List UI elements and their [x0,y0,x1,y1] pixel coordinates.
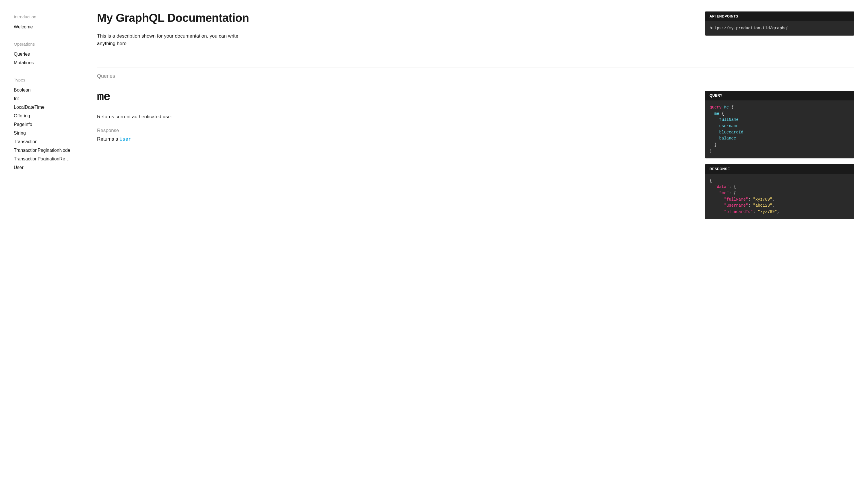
sidebar-item-boolean[interactable]: Boolean [14,86,71,94]
sidebar-item-transactionpaginationnode[interactable]: TransactionPaginationNode [14,146,71,155]
sidebar-section-types: Types Boolean Int LocalDateTime Offering… [14,78,76,172]
response-panel: RESPONSE { "data": { "me": { "fullName":… [705,164,854,219]
returns-line: Returns a User [97,136,691,142]
sidebar-item-localdatetime[interactable]: LocalDateTime [14,103,71,112]
page-description: This is a description shown for your doc… [97,33,240,47]
sidebar-section-introduction: Introduction Welcome [14,14,76,31]
sidebar-item-queries[interactable]: Queries [14,50,71,59]
section-divider [97,67,854,67]
sidebar-heading: Operations [14,42,76,46]
response-heading: Response [97,128,691,133]
operation-description: Returns current authenticated user. [97,114,691,120]
sidebar-heading: Introduction [14,14,76,19]
api-endpoints-label: API ENDPOINTS [705,12,854,21]
response-code[interactable]: { "data": { "me": { "fullName": "xyz789"… [705,174,854,219]
query-code[interactable]: query Me { me { fullName username blueca… [705,101,854,158]
sidebar-item-transaction[interactable]: Transaction [14,137,71,146]
queries-section-label: Queries [97,73,854,79]
page-title: My GraphQL Documentation [97,12,691,24]
sidebar-item-int[interactable]: Int [14,94,71,103]
sidebar-heading: Types [14,78,76,82]
operation-name: me [97,91,691,104]
sidebar-item-welcome[interactable]: Welcome [14,23,71,31]
returns-type-link[interactable]: User [120,136,131,142]
sidebar-section-operations: Operations Queries Mutations [14,42,76,67]
sidebar-item-transactionpaginationres[interactable]: TransactionPaginationRes... [14,155,71,163]
api-endpoints-panel: API ENDPOINTS https://my.production.tld/… [705,12,854,36]
query-panel: QUERY query Me { me { fullName username … [705,91,854,158]
api-endpoint-url[interactable]: https://my.production.tld/graphql [705,21,854,36]
sidebar: Introduction Welcome Operations Queries … [0,0,83,493]
sidebar-item-string[interactable]: String [14,129,71,137]
sidebar-item-mutations[interactable]: Mutations [14,59,71,67]
main-content: My GraphQL Documentation This is a descr… [83,0,868,493]
sidebar-item-user[interactable]: User [14,163,71,172]
returns-prefix: Returns a [97,136,120,142]
operation-row: me Returns current authenticated user. R… [97,91,854,225]
query-panel-label: QUERY [705,91,854,101]
app-root: Introduction Welcome Operations Queries … [0,0,868,493]
sidebar-item-offering[interactable]: Offering [14,112,71,120]
sidebar-item-pageinfo[interactable]: PageInfo [14,120,71,129]
response-panel-label: RESPONSE [705,164,854,174]
header-row: My GraphQL Documentation This is a descr… [97,12,854,47]
